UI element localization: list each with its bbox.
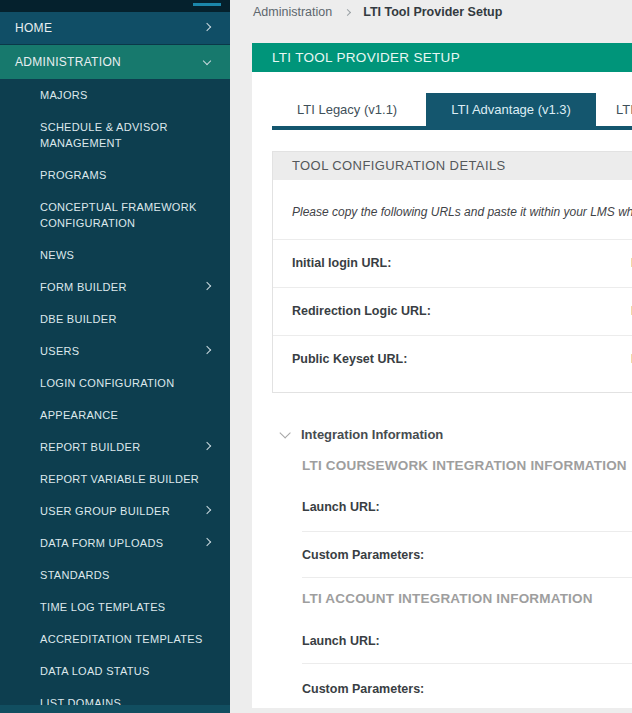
config-note: Please copy the following URLs and paste…: [273, 180, 632, 240]
sidebar-subnav: MAJORS SCHEDULE & ADVISOR MANAGEMENT PRO…: [0, 79, 230, 713]
sidebar-item-login-configuration[interactable]: LOGIN CONFIGURATION: [0, 367, 230, 399]
config-row-initial-login-url: Initial login URL: h: [273, 240, 632, 288]
field-label: Public Keyset URL:: [292, 352, 407, 366]
sidebar-item-label: DATA LOAD STATUS: [40, 665, 150, 677]
sidebar-item-schedule-advisor-management[interactable]: SCHEDULE & ADVISOR MANAGEMENT: [0, 111, 230, 159]
divider: [302, 577, 632, 578]
sidebar-item-administration[interactable]: ADMINISTRATION: [0, 45, 230, 79]
breadcrumb-current: LTI Tool Provider Setup: [363, 5, 502, 19]
sidebar-item-form-builder[interactable]: FORM BUILDER: [0, 271, 230, 303]
chevron-right-icon: [203, 538, 211, 546]
integration-body: LTI COURSEWORK INTEGRATION INFORMATION L…: [302, 458, 632, 696]
chevron-down-icon: [203, 57, 211, 65]
sidebar-item-label: LOGIN CONFIGURATION: [40, 377, 174, 389]
integration-information-toggle[interactable]: Integration Information: [279, 427, 632, 442]
page-title: LTI TOOL PROVIDER SETUP: [272, 50, 460, 65]
sidebar-item-label: CONCEPTUAL FRAMEWORK CONFIGURATION: [40, 201, 197, 229]
sidebar-item-label: APPEARANCE: [40, 409, 118, 421]
chevron-right-icon: [203, 346, 211, 354]
tab-lti-clipped[interactable]: LTI L: [600, 93, 632, 126]
divider: [302, 531, 632, 532]
sidebar-item-label: USER GROUP BUILDER: [40, 505, 170, 517]
sidebar-item-time-log-templates[interactable]: TIME LOG TEMPLATES: [0, 591, 230, 623]
account-integration-heading: LTI ACCOUNT INTEGRATION INFORMATION: [302, 591, 632, 606]
tab-underline: [272, 126, 632, 130]
sidebar-item-news[interactable]: NEWS: [0, 239, 230, 271]
sidebar-item-majors[interactable]: MAJORS: [0, 79, 230, 111]
coursework-integration-heading: LTI COURSEWORK INTEGRATION INFORMATION: [302, 458, 632, 473]
sidebar-item-label: MAJORS: [40, 89, 88, 101]
breadcrumb-separator-icon: [344, 8, 351, 15]
sidebar-item-label: FORM BUILDER: [40, 281, 127, 293]
field-label-launch-url: Launch URL:: [302, 500, 632, 514]
sidebar-item-programs[interactable]: PROGRAMS: [0, 159, 230, 191]
tab-lti-advantage[interactable]: LTI Advantage (v1.3): [426, 93, 596, 126]
hamburger-menu-icon[interactable]: [193, 0, 221, 12]
sidebar-item-label: SCHEDULE & ADVISOR MANAGEMENT: [40, 121, 168, 149]
tool-configuration-heading: TOOL CONFIGURATION DETAILS: [273, 152, 632, 180]
sidebar-item-label: DBE BUILDER: [40, 313, 117, 325]
sidebar-item-label: ACCREDITATION TEMPLATES: [40, 633, 203, 645]
sidebar-nav: HOME ADMINISTRATION MAJORS SCHEDULE & AD…: [0, 12, 230, 713]
field-label: Initial login URL:: [292, 256, 391, 270]
config-row-public-keyset-url: Public Keyset URL: h: [273, 336, 632, 392]
hamburger-bar: [193, 3, 221, 6]
sidebar-item-label: REPORT VARIABLE BUILDER: [40, 473, 199, 485]
chevron-right-icon: [203, 442, 211, 450]
sidebar-item-dbe-builder[interactable]: DBE BUILDER: [0, 303, 230, 335]
sidebar-item-label: NEWS: [40, 249, 74, 261]
chevron-right-icon: [203, 282, 211, 290]
sidebar-item-report-variable-builder[interactable]: REPORT VARIABLE BUILDER: [0, 463, 230, 495]
sidebar-item-data-load-status[interactable]: DATA LOAD STATUS: [0, 655, 230, 687]
sidebar-item-label: STANDARDS: [40, 569, 110, 581]
sidebar-item-accreditation-templates[interactable]: ACCREDITATION TEMPLATES: [0, 623, 230, 655]
sidebar-item-user-group-builder[interactable]: USER GROUP BUILDER: [0, 495, 230, 527]
divider: [302, 663, 632, 664]
sidebar-next-item-partial: [0, 705, 230, 713]
sidebar-topbar: [0, 0, 230, 12]
field-label-custom-parameters: Custom Parameters:: [302, 548, 632, 562]
field-label-launch-url: Launch URL:: [302, 634, 632, 648]
sidebar-item-appearance[interactable]: APPEARANCE: [0, 399, 230, 431]
sidebar-item-data-form-uploads[interactable]: DATA FORM UPLOADS: [0, 527, 230, 559]
field-label-custom-parameters: Custom Parameters:: [302, 682, 632, 696]
sidebar-item-report-builder[interactable]: REPORT BUILDER: [0, 431, 230, 463]
sidebar-item-label: HOME: [15, 21, 52, 35]
field-label: Redirection Logic URL:: [292, 304, 431, 318]
chevron-right-icon: [203, 506, 211, 514]
chevron-down-icon: [279, 427, 290, 438]
sidebar-item-home[interactable]: HOME: [0, 12, 230, 45]
breadcrumb: Administration LTI Tool Provider Setup: [230, 0, 632, 43]
sidebar-item-conceptual-framework-configuration[interactable]: CONCEPTUAL FRAMEWORK CONFIGURATION: [0, 191, 230, 239]
main-content: Administration LTI Tool Provider Setup L…: [230, 0, 632, 713]
tab-lti-legacy[interactable]: LTI Legacy (v1.1): [272, 93, 422, 126]
sidebar-item-label: TIME LOG TEMPLATES: [40, 601, 165, 613]
config-row-redirection-logic-url: Redirection Logic URL: h: [273, 288, 632, 336]
tool-configuration-section: TOOL CONFIGURATION DETAILS Please copy t…: [272, 151, 632, 393]
sidebar-item-label: PROGRAMS: [40, 169, 107, 181]
sidebar: HOME ADMINISTRATION MAJORS SCHEDULE & AD…: [0, 0, 230, 713]
sidebar-item-label: DATA FORM UPLOADS: [40, 537, 163, 549]
sidebar-item-label: USERS: [40, 345, 79, 357]
breadcrumb-administration-link[interactable]: Administration: [253, 5, 332, 19]
integration-information: Integration Information LTI COURSEWORK I…: [272, 427, 632, 696]
page-title-banner: LTI TOOL PROVIDER SETUP: [252, 43, 632, 72]
sidebar-item-standards[interactable]: STANDARDS: [0, 559, 230, 591]
sidebar-item-label: ADMINISTRATION: [15, 55, 121, 69]
sidebar-item-label: REPORT BUILDER: [40, 441, 140, 453]
sidebar-item-users[interactable]: USERS: [0, 335, 230, 367]
tab-bar: LTI Legacy (v1.1) LTI Advantage (v1.3) L…: [272, 93, 632, 126]
content-card: LTI Legacy (v1.1) LTI Advantage (v1.3) L…: [252, 72, 632, 708]
chevron-right-icon: [203, 23, 211, 31]
integration-toggle-label: Integration Information: [301, 427, 443, 442]
